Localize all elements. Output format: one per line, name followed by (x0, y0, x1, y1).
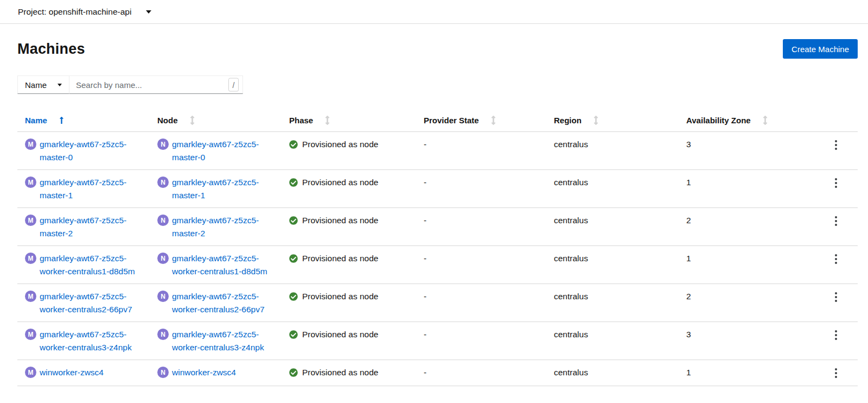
machine-resource-icon: M (25, 367, 36, 378)
availability-zone-cell: 3 (679, 322, 812, 360)
filter-toolbar: Name / (17, 75, 858, 94)
node-link[interactable]: winworker-zwsc4 (172, 366, 236, 379)
row-actions-cell (812, 132, 858, 169)
availability-zone-cell: 3 (679, 132, 812, 169)
machine-cell: M gmarkley-awt67-z5zc5-master-1 (17, 170, 150, 207)
column-header-actions (812, 109, 858, 131)
provider-state-cell: - (416, 322, 546, 360)
node-cell: N gmarkley-awt67-z5zc5-master-1 (150, 170, 282, 207)
machine-link[interactable]: gmarkley-awt67-z5zc5-worker-centralus1-d… (40, 252, 137, 278)
phase-cell: Provisioned as node (282, 284, 416, 322)
table-row: M winworker-zwsc4 N winworker-zwsc4 Prov… (17, 360, 858, 386)
create-machine-button[interactable]: Create Machine (783, 39, 858, 59)
node-resource-icon: N (157, 329, 169, 340)
phase-cell: Provisioned as node (282, 322, 416, 360)
machine-link[interactable]: gmarkley-awt67-z5zc5-master-2 (40, 214, 137, 240)
check-circle-icon (289, 178, 298, 187)
phase-label: Provisioned as node (302, 366, 378, 379)
column-header-region[interactable]: Region (546, 109, 679, 131)
row-actions-cell (812, 170, 858, 207)
filter-type-dropdown[interactable]: Name (17, 75, 69, 94)
machine-resource-icon: M (25, 291, 36, 302)
sort-both-icon (324, 116, 330, 125)
kebab-menu-icon[interactable] (832, 290, 840, 304)
provider-state-cell: - (416, 246, 546, 284)
row-actions-cell (812, 322, 858, 360)
kebab-menu-icon[interactable] (832, 252, 840, 266)
column-header-name[interactable]: Name (17, 109, 150, 131)
node-link[interactable]: gmarkley-awt67-z5zc5-worker-centralus3-z… (172, 328, 270, 354)
phase-label: Provisioned as node (302, 176, 378, 189)
phase-label: Provisioned as node (302, 138, 378, 151)
page-header: Machines Create Machine (17, 39, 858, 59)
machine-cell: M gmarkley-awt67-z5zc5-master-2 (17, 208, 150, 245)
node-link[interactable]: gmarkley-awt67-z5zc5-worker-centralus1-d… (172, 252, 270, 278)
check-circle-icon (289, 140, 298, 149)
availability-zone-cell: 1 (679, 246, 812, 284)
filter-type-label: Name (25, 80, 47, 90)
node-cell: N gmarkley-awt67-z5zc5-worker-centralus2… (150, 284, 282, 322)
sort-both-icon (490, 116, 496, 125)
row-actions-cell (812, 360, 858, 386)
node-cell: N gmarkley-awt67-z5zc5-master-2 (150, 208, 282, 245)
node-resource-icon: N (157, 291, 169, 302)
project-selector-dropdown[interactable]: Project: openshift-machine-api (18, 7, 151, 17)
region-cell: centralus (546, 246, 679, 284)
phase-cell: Provisioned as node (282, 170, 416, 207)
column-header-phase[interactable]: Phase (282, 109, 416, 131)
provider-state-cell: - (416, 284, 546, 322)
column-header-availability-zone[interactable]: Availability Zone (679, 109, 812, 131)
node-cell: N gmarkley-awt67-z5zc5-worker-centralus3… (150, 322, 282, 360)
node-resource-icon: N (157, 215, 169, 226)
kebab-menu-icon[interactable] (832, 176, 840, 190)
machine-resource-icon: M (25, 329, 36, 340)
node-cell: N gmarkley-awt67-z5zc5-master-0 (150, 132, 282, 169)
region-cell: centralus (546, 132, 679, 169)
row-actions-cell (812, 208, 858, 245)
project-bar: Project: openshift-machine-api (0, 0, 868, 24)
table-row: M gmarkley-awt67-z5zc5-master-1 N gmarkl… (17, 170, 858, 208)
machine-link[interactable]: gmarkley-awt67-z5zc5-master-0 (40, 138, 137, 164)
machines-table: Name Node Phase (17, 109, 858, 386)
availability-zone-cell: 1 (679, 170, 812, 207)
keyboard-shortcut-badge: / (228, 78, 239, 92)
caret-down-icon (58, 84, 62, 86)
machine-link[interactable]: gmarkley-awt67-z5zc5-worker-centralus2-6… (40, 290, 137, 316)
search-input[interactable] (69, 75, 243, 94)
machine-link[interactable]: gmarkley-awt67-z5zc5-worker-centralus3-z… (40, 328, 137, 354)
node-link[interactable]: gmarkley-awt67-z5zc5-worker-centralus2-6… (172, 290, 270, 316)
check-circle-icon (289, 330, 298, 339)
column-header-provider-state[interactable]: Provider State (416, 109, 546, 131)
kebab-menu-icon[interactable] (832, 138, 840, 152)
kebab-menu-icon[interactable] (832, 328, 840, 342)
table-row: M gmarkley-awt67-z5zc5-master-0 N gmarkl… (17, 132, 858, 170)
machine-link[interactable]: gmarkley-awt67-z5zc5-master-1 (40, 176, 137, 202)
availability-zone-cell: 1 (679, 360, 812, 386)
column-header-node[interactable]: Node (150, 109, 282, 131)
search-field-wrapper: / (69, 75, 243, 94)
table-row: M gmarkley-awt67-z5zc5-worker-centralus3… (17, 322, 858, 360)
sort-both-icon (762, 116, 768, 125)
kebab-menu-icon[interactable] (832, 366, 840, 380)
machine-link[interactable]: winworker-zwsc4 (40, 366, 104, 379)
phase-label: Provisioned as node (302, 328, 378, 341)
node-resource-icon: N (157, 177, 169, 188)
node-link[interactable]: gmarkley-awt67-z5zc5-master-1 (172, 176, 270, 202)
node-cell: N winworker-zwsc4 (150, 360, 282, 386)
page-title: Machines (17, 41, 85, 58)
table-header-row: Name Node Phase (17, 109, 858, 132)
region-cell: centralus (546, 284, 679, 322)
node-link[interactable]: gmarkley-awt67-z5zc5-master-0 (172, 138, 270, 164)
sort-both-icon (189, 116, 195, 125)
region-cell: centralus (546, 170, 679, 207)
node-cell: N gmarkley-awt67-z5zc5-worker-centralus1… (150, 246, 282, 284)
table-row: M gmarkley-awt67-z5zc5-master-2 N gmarkl… (17, 208, 858, 246)
kebab-menu-icon[interactable] (832, 214, 840, 228)
phase-label: Provisioned as node (302, 252, 378, 265)
phase-cell: Provisioned as node (282, 132, 416, 169)
machine-cell: M gmarkley-awt67-z5zc5-master-0 (17, 132, 150, 169)
phase-cell: Provisioned as node (282, 360, 416, 386)
node-link[interactable]: gmarkley-awt67-z5zc5-master-2 (172, 214, 270, 240)
machine-resource-icon: M (25, 253, 36, 264)
caret-down-icon (146, 10, 151, 14)
